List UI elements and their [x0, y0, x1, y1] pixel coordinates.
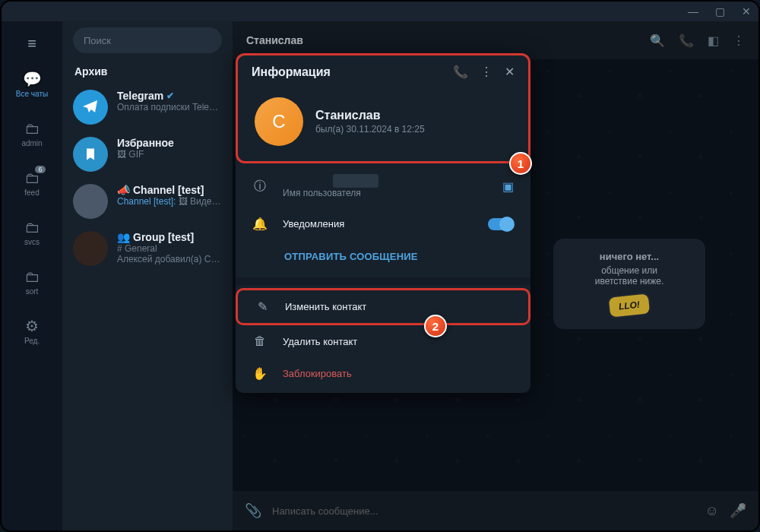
chat-row-channel[interactable]: 📣 Channel [test] Channel [test]: 🖼 Видео… — [62, 178, 233, 225]
chat-name: Избранное — [117, 137, 222, 149]
modal-separator — [236, 277, 530, 285]
chat-preview: # General — [117, 243, 222, 254]
folder-label: Ред. — [24, 337, 40, 345]
info-icon: ⓘ — [252, 179, 268, 195]
username-label: Имя пользователя — [283, 188, 487, 198]
folder-label: svcs — [24, 238, 40, 246]
archive-row[interactable]: Архив — [62, 59, 233, 84]
block-icon: ✋ — [252, 366, 268, 381]
edit-contact-label: Изменить контакт — [285, 301, 511, 312]
send-message-button[interactable]: ОТПРАВИТЬ СООБЩЕНИЕ — [236, 240, 530, 274]
avatar-icon — [73, 90, 108, 125]
folder-sort[interactable]: 🗀 sort — [9, 264, 55, 299]
folder-label: admin — [21, 139, 42, 147]
delete-contact-label: Удалить контакт — [283, 336, 514, 347]
chat-preview2: Алексей добавил(а) Сем… — [117, 254, 222, 264]
folders-sidebar: ≡ 💬 Все чаты 🗀 admin 🗀6 feed 🗀 svcs 🗀 so… — [2, 21, 62, 530]
annotation-box-2: ✎ Изменить контакт — [236, 288, 530, 325]
chat-name: 📣 Channel [test] — [117, 184, 222, 196]
notifications-label: Уведомления — [283, 218, 473, 230]
unread-badge: 6 — [35, 166, 46, 173]
more-icon[interactable]: ⋮ — [480, 65, 492, 79]
window-maximize[interactable]: ▢ — [715, 5, 725, 17]
folder-label: Все чаты — [16, 90, 48, 98]
block-contact-row[interactable]: ✋ Заблокировать — [236, 357, 530, 390]
chat-list-panel: Поиск Архив Telegram✔ Оплата подписки Te… — [62, 21, 233, 530]
delete-contact-row[interactable]: 🗑 Удалить контакт — [236, 325, 530, 357]
modal-header: Информация 📞 ⋮ ✕ — [238, 55, 528, 88]
menu-icon[interactable]: ≡ — [27, 35, 36, 52]
window-close[interactable]: ✕ — [742, 5, 751, 17]
search-row: Поиск — [62, 21, 233, 59]
contact-info-modal: Информация 📞 ⋮ ✕ С Станислав был(а) 30.1… — [236, 53, 530, 393]
chat-name: 👥 Group [test] — [117, 231, 222, 243]
folder-label: sort — [26, 287, 39, 296]
folder-edit[interactable]: ⚙ Ред. — [9, 313, 55, 349]
chat-preview: Оплата подписки Telegr… — [117, 102, 222, 112]
folder-icon: 🗀 — [24, 218, 40, 236]
pencil-icon: ✎ — [255, 299, 270, 314]
trash-icon: 🗑 — [252, 334, 268, 348]
avatar — [73, 231, 108, 266]
username-value — [333, 174, 378, 188]
avatar — [73, 184, 108, 219]
modal-title: Информация — [252, 65, 441, 79]
username-row[interactable]: ⓘ Имя пользователя ▣ — [236, 166, 530, 207]
folder-label: feed — [24, 188, 39, 197]
chat-row-telegram[interactable]: Telegram✔ Оплата подписки Telegr… — [62, 84, 233, 131]
profile-summary: С Станислав был(а) 30.11.2024 в 12:25 — [238, 88, 528, 161]
chat-row-group[interactable]: 👥 Group [test] # General Алексей добавил… — [62, 225, 233, 272]
block-label: Заблокировать — [283, 368, 514, 379]
folder-icon: 🗀 — [24, 268, 40, 286]
call-icon[interactable]: 📞 — [453, 65, 468, 79]
folder-admin[interactable]: 🗀 admin — [9, 116, 55, 151]
folder-icon: 🗀6 — [24, 169, 40, 187]
chat-row-saved[interactable]: Избранное 🖼 GIF — [62, 131, 233, 178]
folder-svcs[interactable]: 🗀 svcs — [9, 214, 55, 250]
search-input[interactable]: Поиск — [73, 27, 222, 53]
folder-all-chats[interactable]: 💬 Все чаты — [9, 66, 55, 102]
annotation-marker-2: 2 — [424, 315, 447, 337]
chat-preview: Channel [test]: 🖼 Видео… — [117, 196, 222, 207]
folder-icon: 🗀 — [24, 119, 40, 138]
settings-icon: ⚙ — [25, 317, 39, 335]
profile-last-seen: был(а) 30.11.2024 в 12:25 — [315, 124, 425, 135]
profile-name: Станислав — [315, 109, 425, 122]
annotation-marker-1: 1 — [509, 152, 532, 175]
chat-name: Telegram — [117, 90, 163, 102]
edit-contact-row[interactable]: ✎ Изменить контакт — [238, 290, 528, 323]
notifications-toggle[interactable] — [488, 218, 514, 230]
qr-icon[interactable]: ▣ — [502, 179, 514, 194]
bookmark-icon — [73, 137, 108, 172]
close-icon[interactable]: ✕ — [505, 65, 515, 79]
bell-icon: 🔔 — [252, 217, 268, 231]
annotation-box-1: Информация 📞 ⋮ ✕ С Станислав был(а) 30.1… — [236, 53, 530, 163]
chat-preview: 🖼 GIF — [117, 149, 222, 160]
notifications-row[interactable]: 🔔 Уведомления — [236, 207, 530, 240]
window-minimize[interactable]: — — [688, 5, 698, 17]
profile-avatar[interactable]: С — [255, 97, 303, 146]
verified-icon: ✔ — [166, 90, 174, 101]
window-titlebar: — ▢ ✕ — [2, 2, 758, 21]
chats-icon: 💬 — [23, 70, 42, 88]
folder-feed[interactable]: 🗀6 feed — [9, 165, 55, 201]
